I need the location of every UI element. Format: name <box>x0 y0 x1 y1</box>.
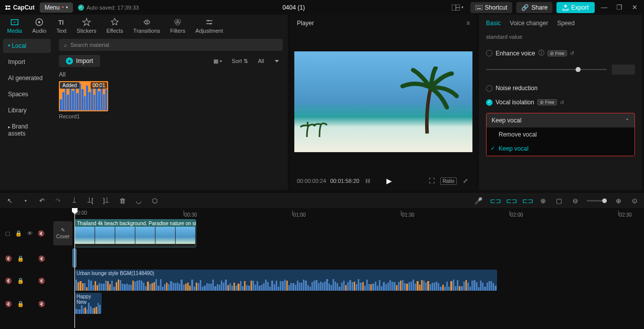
video-clip[interactable]: Thailand 4k beach background. Paradise n… <box>74 219 196 247</box>
search-icon: ⌕ <box>64 42 67 48</box>
zoom-in-button[interactable]: ⊕ <box>614 197 623 205</box>
mute-icon[interactable]: 🔇 <box>5 255 12 262</box>
track-head: 🔇 🔒 🔇 <box>0 248 50 269</box>
tab-basic[interactable]: Basic <box>486 20 501 27</box>
app-logo: CapCut <box>4 4 35 11</box>
lock-icon[interactable]: 🔒 <box>17 278 24 284</box>
mute-icon[interactable]: 🔇 <box>38 278 45 284</box>
tab-media[interactable]: Media <box>2 18 27 34</box>
pointer-tool[interactable]: ↖ <box>5 197 14 205</box>
video-track: ▢ 🔒 👁 🔇 ✎ Cover Thailand 4k beach backgr… <box>0 219 644 247</box>
noise-reduction-checkbox[interactable] <box>486 85 493 92</box>
mute-icon[interactable]: 🔇 <box>38 301 45 307</box>
marker-tool[interactable]: ◡ <box>134 197 143 205</box>
reset-icon[interactable]: ↺ <box>560 100 564 105</box>
share-button[interactable]: 🔗 Share <box>516 2 552 13</box>
reset-icon[interactable]: ↺ <box>570 50 574 56</box>
snap-button[interactable]: ▢ <box>554 197 564 205</box>
player-canvas[interactable] <box>294 51 472 152</box>
split-left-tool[interactable]: ⟘[ <box>86 196 95 205</box>
sort-button[interactable]: Sort ⇅ <box>229 56 251 66</box>
filter-button[interactable]: ⏷ <box>271 56 283 65</box>
effects-icon <box>110 18 119 27</box>
export-button[interactable]: Export <box>556 2 595 13</box>
filter-all-button[interactable]: All <box>255 56 267 65</box>
media-thumbnail[interactable]: Added 00:01 Record1 <box>59 81 108 119</box>
compare-icon[interactable]: ⦀⦀ <box>363 177 372 184</box>
sidebar-item-import[interactable]: Import <box>3 55 51 69</box>
ratio-button[interactable]: Ratio <box>440 177 457 185</box>
player-panel: Player ≡ 00:00:00:24 00:01:58:20 ⦀⦀ ▶ ⛶ … <box>291 15 476 190</box>
shortcut-button[interactable]: Shortcut <box>470 2 513 13</box>
fullscreen-icon[interactable]: ⤢ <box>461 177 470 184</box>
info-icon[interactable]: ⓘ <box>538 49 544 57</box>
lock-icon[interactable]: 🔒 <box>17 255 24 262</box>
sidebar-item-brand[interactable]: Brand assets <box>3 119 51 141</box>
grid-view-button[interactable]: ▦▾ <box>210 56 225 66</box>
tab-adjustment[interactable]: Adjustment <box>190 18 228 34</box>
sidebar-item-ai[interactable]: AI generated <box>3 71 51 85</box>
slider-value[interactable] <box>612 64 635 75</box>
player-menu-icon[interactable]: ≡ <box>466 20 470 27</box>
tab-speed[interactable]: Speed <box>557 20 575 27</box>
magnet-button[interactable]: ⊏⊐ <box>506 197 515 205</box>
undo-button[interactable]: ↶ <box>37 197 46 205</box>
mute-icon[interactable]: 🔇 <box>38 255 45 262</box>
sidebar-item-local[interactable]: • Local <box>3 39 51 53</box>
fit-button[interactable]: ⊙ <box>630 197 639 205</box>
tab-transitions[interactable]: Transitions <box>128 18 165 34</box>
tab-audio[interactable]: Audio <box>27 18 51 34</box>
close-button[interactable]: ✕ <box>629 4 640 11</box>
enhance-voice-slider[interactable] <box>486 64 635 75</box>
dropdown-header[interactable]: Keep vocal ⌃ <box>487 113 634 127</box>
slider-thumb[interactable] <box>576 67 581 72</box>
audio-clip-bgm[interactable]: Urban lounge style BGM(1148490) <box>74 270 497 291</box>
sidebar-item-library[interactable]: Library <box>3 103 51 117</box>
minimize-button[interactable]: — <box>599 4 610 11</box>
sidebar-item-spaces[interactable]: Spaces <box>3 87 51 101</box>
delete-tool[interactable]: 🗑 <box>118 197 127 205</box>
audio-clip-happy[interactable]: Happy New <box>74 293 102 314</box>
playhead[interactable] <box>74 208 75 328</box>
maximize-button[interactable]: ❐ <box>614 4 625 11</box>
tab-voice-changer[interactable]: Voice changer <box>510 20 548 27</box>
mute-icon[interactable]: 🔇 <box>5 278 12 284</box>
play-button[interactable]: ▶ <box>376 177 402 185</box>
timeline-ruler[interactable]: 00:00 |00:30 |01:00 |01:30 |02:00 |02:30 <box>50 208 644 219</box>
left-body: • Local Import AI generated Spaces Libra… <box>0 36 288 190</box>
import-button[interactable]: + Import <box>59 55 100 67</box>
collapse-icon[interactable]: ▢ <box>5 230 10 237</box>
chevron-down-icon[interactable]: ▾ <box>21 199 30 203</box>
mute-icon[interactable]: 🔇 <box>38 230 45 237</box>
scan-icon[interactable]: ⛶ <box>427 177 436 184</box>
noise-reduction-row: Noise reduction <box>486 85 635 92</box>
eye-icon[interactable]: 👁 <box>27 230 33 236</box>
lock-icon[interactable]: 🔒 <box>15 230 22 237</box>
tab-effects[interactable]: Effects <box>101 18 128 34</box>
mute-icon[interactable]: 🔇 <box>5 301 12 307</box>
zoom-out-button[interactable]: ⊖ <box>571 197 580 205</box>
zoom-slider[interactable] <box>587 200 607 202</box>
preview-button[interactable]: ⊕ <box>538 197 547 205</box>
magnet-main-button[interactable]: ⊏⊐ <box>490 197 499 205</box>
link-button[interactable]: ⊏⊐ <box>522 197 531 205</box>
layout-dropdown[interactable]: ▾ <box>449 4 466 12</box>
menu-button[interactable]: Menu• ▾ <box>40 3 73 13</box>
vocal-isolation-checkbox[interactable] <box>486 99 493 106</box>
dropdown-option-remove[interactable]: Remove vocal <box>487 127 634 142</box>
redo-button[interactable]: ↷ <box>53 197 62 205</box>
tab-filters[interactable]: Filters <box>165 18 190 34</box>
lock-icon[interactable]: 🔒 <box>17 301 24 307</box>
cover-button[interactable]: ✎ Cover <box>53 221 72 245</box>
search-input[interactable]: ⌕ Search material <box>59 39 283 51</box>
slider-track[interactable] <box>486 69 607 70</box>
audio-track-1: 🔇 🔒 🔇 <box>0 248 644 269</box>
tab-stickers[interactable]: Stickers <box>71 18 101 34</box>
enhance-voice-checkbox[interactable] <box>486 50 493 56</box>
mic-button[interactable]: 🎤 <box>474 197 483 205</box>
tab-text[interactable]: TIText <box>51 18 71 34</box>
flag-tool[interactable]: ⬡ <box>150 197 159 205</box>
split-right-tool[interactable]: ]⟘ <box>102 196 111 205</box>
split-tool[interactable]: ⟘ <box>69 196 78 205</box>
dropdown-option-keep[interactable]: Keep vocal <box>487 142 634 156</box>
